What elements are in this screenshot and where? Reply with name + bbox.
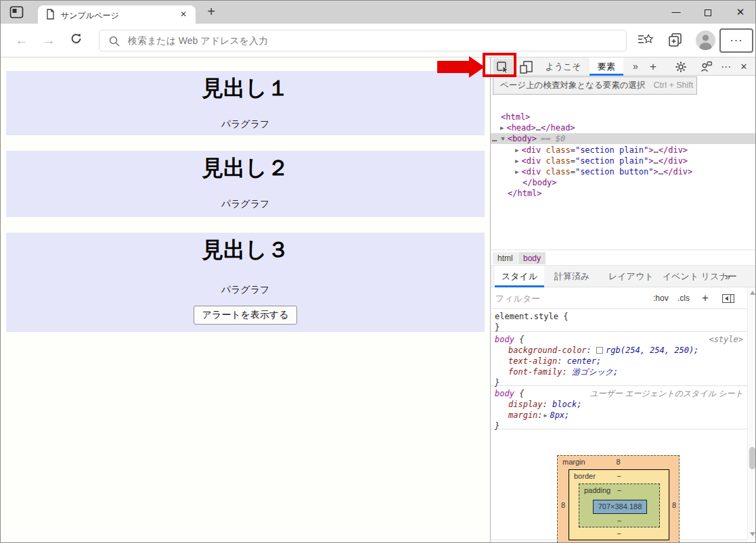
annotation-arrow <box>437 61 469 73</box>
page-viewport: 見出し１ パラグラフ 見出し２ パラグラフ 見出し３ パラグラフ アラートを表示… <box>1 57 490 543</box>
toggle-class-button[interactable]: .cls <box>677 287 690 309</box>
browser-tab[interactable]: サンプルページ ✕ <box>38 5 196 24</box>
box-model-content-size[interactable]: 707×384.188 <box>593 500 647 514</box>
styles-filter-bar: :hov .cls + <box>491 287 747 309</box>
address-bar[interactable] <box>99 30 627 51</box>
box-model-padding[interactable]: padding − − 707×384.188 <box>579 483 660 527</box>
breadcrumb-body[interactable]: body <box>518 252 546 264</box>
styles-scrollbar[interactable] <box>747 287 756 540</box>
page-section-2: 見出し２ パラグラフ <box>6 151 485 217</box>
styles-panel-tabs: スタイル 計算済み レイアウト イベント リスナー » <box>491 266 756 287</box>
border-top-value[interactable]: − <box>569 472 669 480</box>
selected-node-marker: == $0 <box>541 134 565 143</box>
forward-button[interactable]: → <box>40 31 58 49</box>
color-swatch[interactable] <box>596 347 603 354</box>
dom-row-div-3[interactable]: ▶<div class="section button">…</div> <box>491 166 756 177</box>
devtools-tab-welcome[interactable]: ようこそ <box>539 57 587 76</box>
css-property[interactable]: font-family: 游ゴシック; <box>495 367 743 377</box>
tab-styles[interactable]: スタイル <box>495 266 544 287</box>
window-minimize-button[interactable]: — <box>661 1 692 23</box>
profile-avatar[interactable] <box>696 30 715 50</box>
tab-layout[interactable]: レイアウト <box>602 266 661 287</box>
tab-title: サンプルページ <box>61 10 119 22</box>
box-model-margin[interactable]: margin 8 8 8 − − − − border − − padding … <box>557 455 680 543</box>
section-heading: 見出し３ <box>6 235 485 265</box>
css-property[interactable]: text-align: center; <box>495 356 743 367</box>
new-tab-button[interactable]: + <box>203 3 219 20</box>
user-agent-stylesheet-label: ユーザー エージェントのスタイル シート <box>590 388 743 399</box>
show-alert-button[interactable]: アラートを表示する <box>194 306 298 325</box>
devtools-panel: ようこそ 要素 » + ⋯ ✕ <html> ▶<head>…</head> …… <box>491 57 756 543</box>
section-paragraph: パラグラフ <box>6 118 485 131</box>
favorites-icon[interactable] <box>638 32 654 49</box>
window-maximize-button[interactable] <box>692 1 724 23</box>
collections-icon[interactable] <box>667 32 684 49</box>
expand-arrow-icon: ▶ <box>500 122 504 133</box>
dom-row-html-close[interactable]: </html> <box>491 188 756 199</box>
devtools-more-tabs-icon[interactable]: » <box>627 57 644 76</box>
section-paragraph: パラグラフ <box>6 198 485 210</box>
window-close-button[interactable]: ✕ <box>725 1 756 23</box>
margin-right-value[interactable]: 8 <box>670 500 678 510</box>
devtools-add-tab-button[interactable]: + <box>645 57 661 76</box>
tab-close-icon[interactable]: ✕ <box>178 9 189 20</box>
dom-row-div-1[interactable]: ▶<div class="section plain">…</div> <box>491 145 756 156</box>
dom-row-body-selected[interactable]: …▼<body>== $0 <box>491 133 756 144</box>
margin-top-value[interactable]: 8 <box>558 458 679 466</box>
devtools-close-icon[interactable]: ✕ <box>736 57 752 76</box>
tab-actions-icon[interactable] <box>9 5 24 19</box>
page-section-1: 見出し１ パラグラフ <box>6 71 485 135</box>
section-heading: 見出し２ <box>6 154 485 183</box>
devtools-toolbar: ようこそ 要素 » + ⋯ ✕ <box>491 57 756 76</box>
dom-row-div-2[interactable]: ▶<div class="section plain">…</div> <box>491 156 756 166</box>
dom-row-html[interactable]: <html> <box>491 112 756 122</box>
section-heading: 見出し１ <box>6 74 485 103</box>
rule-body-user-agent[interactable]: body {ユーザー エージェントのスタイル シート display: bloc… <box>491 386 747 429</box>
feedback-icon[interactable] <box>698 57 715 76</box>
browser-window: サンプルページ ✕ + — ✕ ← → ··· <box>0 0 756 543</box>
tab-computed[interactable]: 計算済み <box>548 266 596 287</box>
expand-arrow-icon: ▶ <box>515 156 518 166</box>
margin-left-value[interactable]: 8 <box>559 500 567 510</box>
back-button[interactable]: ← <box>13 31 30 49</box>
refresh-button[interactable] <box>70 32 87 45</box>
dom-breadcrumb: html body <box>491 250 756 266</box>
dom-row-body-close[interactable]: </body> <box>491 177 756 188</box>
page-section-3: 見出し３ パラグラフ アラートを表示する <box>6 233 485 332</box>
address-input[interactable] <box>127 33 533 48</box>
dom-tree: <html> ▶<head>…</head> …▼<body>== $0 ▶<d… <box>491 76 756 250</box>
devtools-more-options-icon[interactable]: ⋯ <box>718 57 734 76</box>
css-property[interactable]: margin:▶8px; <box>495 410 743 421</box>
rule-body-style[interactable]: body {<style> background-color: rgb(254,… <box>491 332 747 386</box>
rule-element-style[interactable]: element.style { } <box>491 309 747 332</box>
breadcrumb-html[interactable]: html <box>493 252 518 264</box>
new-style-rule-button[interactable]: + <box>702 287 709 309</box>
tooltip-text: ページ上の検査対象となる要素の選択 <box>500 80 646 90</box>
tooltip-shortcut: Ctrl + Shift + C <box>654 80 697 90</box>
padding-top-value[interactable]: − <box>579 486 659 494</box>
css-property[interactable]: display: block; <box>495 399 743 410</box>
border-bottom-value[interactable]: − <box>569 529 669 538</box>
scroll-up-arrow-icon[interactable] <box>750 291 755 295</box>
maximize-icon <box>705 9 711 16</box>
settings-menu-button[interactable]: ··· <box>719 28 753 53</box>
box-model-border[interactable]: border − − padding − − 707×384.188 <box>569 469 669 540</box>
devtools-settings-icon[interactable] <box>672 57 690 76</box>
search-icon <box>108 35 120 47</box>
style-filter-input[interactable] <box>494 290 646 306</box>
scroll-down-arrow-icon[interactable] <box>750 532 755 536</box>
toggle-hover-state-button[interactable]: :hov <box>653 287 669 309</box>
device-toolbar-icon[interactable] <box>516 59 536 74</box>
dom-row-head[interactable]: ▶<head>…</head> <box>491 122 756 133</box>
css-property[interactable]: background-color: rgb(254, 254, 250); <box>495 345 743 356</box>
box-model-diagram: margin 8 8 8 − − − − border − − padding … <box>557 455 680 543</box>
stylesheet-link[interactable]: <style> <box>709 334 743 345</box>
expand-shorthand-icon[interactable]: ▶ <box>544 410 548 421</box>
padding-bottom-value[interactable]: − <box>579 517 659 525</box>
expand-arrow-icon: ▶ <box>515 145 518 156</box>
devtools-tab-elements[interactable]: 要素 <box>590 57 623 76</box>
panel-more-tabs-icon[interactable]: » <box>718 266 737 287</box>
section-paragraph: パラグラフ <box>6 284 485 296</box>
page-document-icon <box>45 9 55 20</box>
scrollbar-thumb[interactable] <box>749 447 755 469</box>
